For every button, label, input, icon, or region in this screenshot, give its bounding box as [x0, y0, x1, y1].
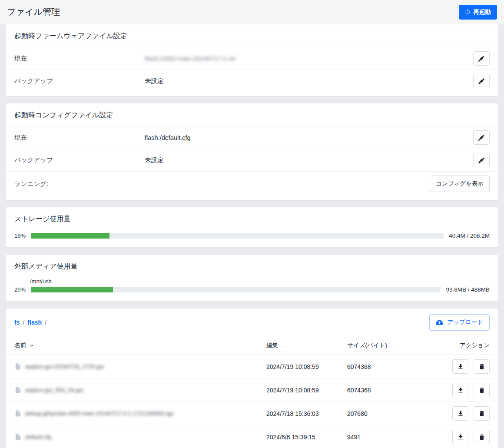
column-edited-label: 編集 — [266, 342, 278, 349]
pencil-icon — [478, 135, 484, 141]
file-name: default.cfg — [25, 434, 51, 440]
edit-firmware-current-button[interactable] — [473, 51, 490, 66]
page-title: ファイル管理 — [7, 6, 60, 18]
column-header-size[interactable]: サイズ(バイト) — — [347, 342, 450, 349]
column-header-actions: アクション — [450, 342, 490, 349]
download-icon — [457, 363, 464, 370]
trash-icon — [478, 434, 485, 441]
table-row: awplus-gui_554_04.gui 2024/7/19 10:08:59… — [6, 378, 498, 402]
table-row: debug-gifsprobe-x500-main-20240717-2-1-1… — [6, 402, 498, 425]
trash-icon — [478, 387, 485, 394]
pencil-icon — [478, 157, 484, 163]
trash-icon — [478, 363, 485, 370]
pencil-icon — [478, 56, 484, 62]
download-button[interactable] — [452, 406, 468, 421]
firmware-backup-label: バックアップ — [14, 77, 145, 85]
storage-progress-bar — [31, 233, 444, 239]
download-button[interactable] — [452, 383, 468, 397]
download-icon — [457, 410, 464, 417]
page-header: ファイル管理 再起動 — [0, 0, 504, 24]
delete-button[interactable] — [474, 383, 490, 397]
external-card-title: 外部メディア使用量 — [6, 255, 498, 277]
upload-button[interactable]: アップロード — [429, 314, 490, 331]
file-name-cell: default.cfg — [14, 433, 266, 441]
table-row: default.cfg 2024/6/6 15:39:15 9491 — [6, 425, 498, 448]
config-current-value: flash:/default.cfg — [145, 134, 473, 141]
edit-config-backup-button[interactable] — [473, 153, 490, 167]
file-size-cell: 6074368 — [347, 387, 450, 394]
file-actions-cell — [450, 406, 490, 421]
file-edited-cell: 2024/7/19 10:08:59 — [266, 387, 347, 394]
download-button[interactable] — [452, 359, 468, 374]
edit-firmware-backup-button[interactable] — [473, 74, 490, 88]
config-backup-label: バックアップ — [14, 156, 145, 164]
breadcrumb-fs-link[interactable]: fs — [14, 319, 20, 326]
column-name-label: 名前 — [14, 342, 26, 349]
firmware-backup-row: バックアップ 未設定 — [6, 70, 498, 92]
breadcrumb-flash-link[interactable]: flash — [27, 319, 42, 326]
external-percent-label: 20% — [14, 286, 29, 293]
file-name: awplus-gui-20240716_1720.gui — [25, 363, 104, 370]
storage-card-title: ストレージ使用量 — [6, 207, 498, 230]
file-actions-cell — [450, 359, 490, 374]
storage-usage-row: 19% 40.4M / 208.2M — [6, 230, 498, 247]
firmware-current-row: 現在 flash:/x500-main-20240717-2.rel — [6, 47, 498, 70]
config-settings-card: 起動時コンフィグファイル設定 現在 flash:/default.cfg バック… — [5, 103, 499, 200]
breadcrumb-separator: / — [23, 319, 24, 326]
chevron-down-icon — [30, 343, 34, 348]
file-table-header: 名前 編集 — サイズ(バイト) — アクション — [6, 336, 498, 355]
firmware-card-title: 起動時ファームウェアファイル設定 — [6, 24, 498, 47]
config-backup-row: バックアップ 未設定 — [6, 149, 498, 171]
download-icon — [457, 434, 464, 441]
file-actions-cell — [450, 383, 490, 397]
external-progress-bar — [31, 287, 441, 292]
column-header-edited[interactable]: 編集 — — [266, 342, 347, 349]
file-browser-header: fs/flash/ アップロード — [6, 309, 498, 336]
storage-progress-fill — [31, 233, 109, 239]
cloud-upload-icon — [436, 319, 443, 326]
config-running-label: ランニング: — [14, 180, 145, 188]
firmware-settings-card: 起動時ファームウェアファイル設定 現在 flash:/x500-main-202… — [5, 24, 499, 96]
delete-button[interactable] — [474, 430, 490, 444]
file-name-cell: awplus-gui-20240716_1720.gui — [14, 363, 266, 370]
file-management-page: ファイル管理 再起動 起動時ファームウェアファイル設定 現在 flash:/x5… — [0, 0, 504, 448]
breadcrumb-separator: / — [45, 319, 46, 326]
file-icon — [14, 410, 22, 417]
restart-icon — [465, 9, 471, 15]
delete-button[interactable] — [474, 359, 490, 374]
edit-config-current-button[interactable] — [473, 130, 490, 145]
external-mount-label: /mnt/usb — [6, 277, 498, 286]
file-name-cell: debug-gifsprobe-x500-main-20240717-2-1-1… — [14, 410, 266, 417]
file-name: awplus-gui_554_04.gui — [25, 387, 83, 393]
config-current-row: 現在 flash:/default.cfg — [6, 126, 498, 149]
firmware-backup-value: 未設定 — [145, 77, 473, 85]
file-edited-cell: 2024/7/19 10:08:59 — [266, 363, 347, 370]
file-edited-cell: 2024/7/18 15:36:03 — [266, 410, 347, 417]
config-card-title: 起動時コンフィグファイル設定 — [6, 103, 498, 126]
column-header-name[interactable]: 名前 — [14, 342, 266, 349]
restart-button[interactable]: 再起動 — [459, 5, 497, 20]
file-name: debug-gifsprobe-x500-main-20240717-2-1-1… — [25, 410, 174, 417]
download-button[interactable] — [452, 430, 468, 444]
delete-button[interactable] — [474, 406, 490, 421]
file-size-cell: 6074368 — [347, 363, 450, 370]
config-running-row: ランニング: コンフィグを表示 — [6, 171, 498, 196]
download-icon — [457, 387, 464, 394]
config-current-label: 現在 — [14, 133, 145, 142]
file-size-cell: 9491 — [347, 434, 450, 441]
column-size-label: サイズ(バイト) — [347, 342, 387, 349]
table-row: awplus-gui-20240716_1720.gui 2024/7/19 1… — [6, 355, 498, 378]
sort-unsorted-icon: — — [391, 342, 396, 349]
storage-percent-label: 19% — [14, 232, 29, 239]
storage-usage-text: 40.4M / 208.2M — [449, 232, 490, 239]
firmware-current-value: flash:/x500-main-20240717-2.rel — [145, 55, 473, 62]
firmware-current-label: 現在 — [14, 54, 145, 63]
show-config-button[interactable]: コンフィグを表示 — [430, 176, 490, 192]
restart-button-label: 再起動 — [474, 8, 491, 16]
external-media-usage-card: 外部メディア使用量 /mnt/usb 20% 93.6MB / 488MB — [5, 254, 499, 302]
file-icon — [14, 433, 22, 441]
file-name-cell: awplus-gui_554_04.gui — [14, 386, 266, 394]
file-browser-card: fs/flash/ アップロード 名前 編集 — サイズ(バイト) — [5, 308, 499, 448]
breadcrumb: fs/flash/ — [14, 319, 50, 326]
storage-usage-card: ストレージ使用量 19% 40.4M / 208.2M — [5, 207, 499, 248]
